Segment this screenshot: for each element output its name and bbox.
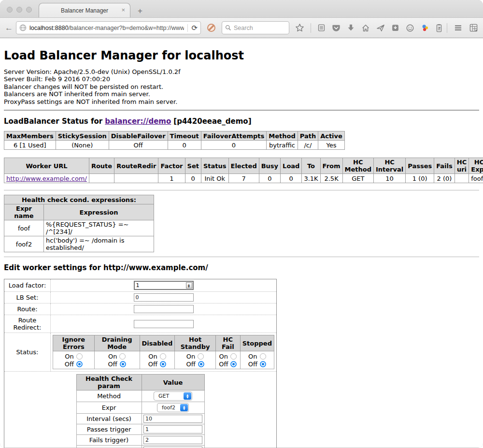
radio-stopped-off[interactable] — [260, 361, 266, 367]
route-redirect-row: Route Redirect: — [4, 315, 277, 333]
hc-uri-label: HC uri — [76, 446, 142, 448]
status-row: Status: Ignore Errors Draining Mode Disa… — [4, 333, 277, 372]
save-to-device-icon[interactable] — [391, 24, 399, 32]
table-title-row: Health check cond. expressions: — [4, 195, 154, 204]
home-icon[interactable] — [361, 24, 370, 32]
url-bar[interactable]: localhost:8880/balancer-manager?b=demo&w… — [16, 21, 201, 34]
screenshot-grid-icon[interactable] — [469, 23, 478, 32]
hc-interval-input[interactable] — [143, 415, 202, 423]
globe-icon — [19, 24, 27, 31]
lb-set-row: LB Set: — [4, 292, 277, 303]
clipboard-extension-group[interactable]: ▾ — [436, 24, 440, 32]
feedback-smiley-icon[interactable] — [406, 24, 414, 32]
reload-icon[interactable]: ⟳ — [191, 24, 198, 31]
load-factor-input[interactable] — [136, 282, 186, 289]
edit-worker-heading: Edit worker settings for http://www.exam… — [4, 263, 479, 272]
search-input[interactable] — [234, 25, 282, 31]
server-info: Server Version: Apache/2.5.0-dev (Unix) … — [4, 68, 479, 105]
health-check-table: Health Check param Value Method GET ▲▼ — [76, 374, 205, 448]
navigation-toolbar: ← localhost:8880/balancer-manager?b=demo… — [0, 17, 483, 38]
hc-passes-input[interactable] — [143, 425, 202, 434]
radio-hc-fail-on[interactable] — [230, 353, 237, 360]
table-header-row: MaxMembers StickySession DisableFailover… — [4, 131, 345, 141]
status-table: Ignore Errors Draining Mode Disabled Hot… — [53, 335, 274, 369]
balancer-summary-table: MaxMembers StickySession DisableFailover… — [4, 131, 345, 150]
health-check-row: Health Check param Value Method GET ▲▼ — [4, 372, 277, 448]
pocket-icon[interactable] — [332, 24, 341, 32]
tab-balancer-manager[interactable]: Balancer Manager × — [39, 3, 130, 17]
table-header-row: Worker URL Route RouteRedir Factor Set S… — [4, 158, 483, 174]
extension-dots-icon[interactable] — [421, 24, 429, 32]
radio-ignore-errors-off[interactable] — [76, 361, 83, 367]
status-cell-draining-mode: On Off — [94, 351, 140, 369]
status-cell-hc-fail: On Off — [215, 351, 240, 369]
worker-row: http://www.example.com/ 1 0 Init Ok 7 0 … — [4, 174, 483, 183]
new-tab-button[interactable]: + — [138, 7, 142, 15]
menu-hamburger-icon[interactable] — [454, 23, 463, 32]
radio-hc-fail-off[interactable] — [230, 361, 237, 367]
load-factor-field[interactable]: ▲▼ — [134, 281, 194, 290]
radio-hot-standby-off[interactable] — [198, 361, 204, 367]
search-bar[interactable] — [222, 21, 289, 34]
table-header-row: Expr name Expression — [4, 204, 154, 220]
hc-method-select[interactable]: GET ▲▼ — [154, 391, 192, 401]
window-minimize-button[interactable] — [16, 7, 22, 13]
hc-method-label: Method — [76, 390, 142, 402]
hc-method-row: Method GET ▲▼ — [76, 390, 204, 402]
lb-set-label: LB Set: — [4, 292, 51, 303]
radio-draining-mode-off[interactable] — [120, 361, 126, 367]
radio-stopped-on[interactable] — [260, 353, 266, 360]
hc-interval-row: Interval (secs) — [76, 414, 204, 424]
tab-title: Balancer Manager — [61, 7, 108, 14]
lb-set-input[interactable] — [134, 293, 194, 302]
divider — [4, 110, 479, 111]
route-redirect-input[interactable] — [134, 320, 194, 328]
inherit-note-line: Balancers are NOT inherited from main se… — [4, 90, 479, 98]
toolbar-icons: ▾ — [295, 23, 478, 33]
hc-expressions-table: Health check cond. expressions: Expr nam… — [4, 195, 154, 252]
expression-row: foof2 hc('body') =~ /domain is establish… — [4, 236, 154, 252]
tab-close-icon[interactable]: × — [121, 7, 125, 13]
divider — [4, 257, 479, 257]
radio-ignore-errors-on[interactable] — [76, 353, 83, 360]
expression-row: foof %{REQUEST_STATUS} =~ /^[234]/ — [4, 220, 154, 236]
hc-fails-label: Fails trigger) — [76, 435, 142, 446]
balancer-demo-link[interactable]: balancer://demo — [105, 117, 171, 126]
status-header-row: Ignore Errors Draining Mode Disabled Hot… — [53, 335, 274, 351]
window-close-button[interactable] — [7, 7, 13, 13]
server-built-line: Server Built: Feb 9 2016 07:00:20 — [4, 75, 479, 83]
status-cell-stopped: On Off — [240, 351, 274, 369]
browser-window: Balancer Manager × + ← localhost:8880/ba… — [0, 0, 483, 448]
server-version-line: Server Version: Apache/2.5.0-dev (Unix) … — [4, 68, 479, 75]
status-cell-hot-standby: On Off — [175, 351, 216, 369]
send-tab-icon[interactable] — [376, 24, 385, 32]
hc-interval-label: Interval (secs) — [76, 414, 142, 424]
bookmark-star-icon[interactable] — [295, 23, 304, 32]
route-input[interactable] — [134, 305, 194, 313]
number-stepper-icon[interactable]: ▲▼ — [186, 282, 192, 289]
radio-draining-mode-on[interactable] — [119, 353, 126, 360]
radio-disabled-on[interactable] — [160, 353, 166, 360]
hc-fails-row: Fails trigger) — [76, 435, 204, 446]
divider — [4, 190, 479, 190]
select-stepper-icon: ▲▼ — [180, 404, 188, 411]
hc-expr-select[interactable]: foof2 ▲▼ — [157, 403, 189, 412]
chevron-down-icon[interactable]: ▾ — [439, 26, 440, 30]
url-text[interactable]: localhost:8880/balancer-manager?b=demo&w… — [29, 25, 184, 31]
adblock-badge-icon[interactable] — [207, 24, 215, 32]
radio-hot-standby-on[interactable] — [198, 353, 204, 360]
worker-url-link[interactable]: http://www.example.com/ — [6, 175, 87, 182]
worker-table: Worker URL Route RouteRedir Factor Set S… — [4, 158, 483, 183]
radio-disabled-off[interactable] — [160, 361, 166, 367]
status-cell-disabled: On Off — [140, 351, 175, 369]
downloads-icon[interactable] — [347, 24, 355, 32]
persist-note-line: Balancer changes will NOT be persisted o… — [4, 83, 479, 90]
route-label: Route: — [4, 303, 51, 315]
hc-header-row: Health Check param Value — [76, 375, 204, 390]
window-controls — [7, 7, 32, 13]
reading-list-icon[interactable] — [317, 24, 326, 32]
hc-fails-input[interactable] — [143, 436, 202, 444]
back-button[interactable]: ← — [5, 23, 13, 33]
tab-bar: Balancer Manager × + — [0, 0, 483, 17]
window-zoom-button[interactable] — [26, 7, 32, 13]
